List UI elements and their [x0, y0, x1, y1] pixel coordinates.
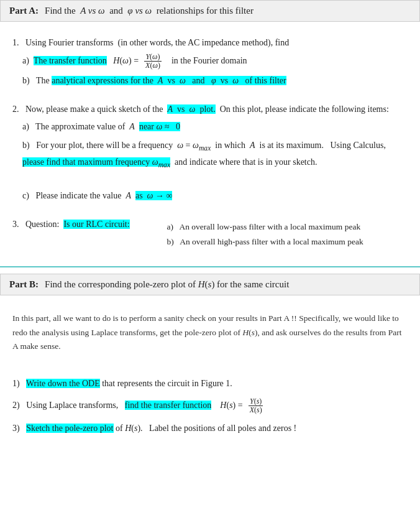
q3-option-b: b) An overall high-pass filter with a lo… — [167, 234, 363, 249]
part-a-header: Part A: Find the A vs ω and φ vs ω relat… — [0, 0, 420, 22]
part-b-label: Part B: — [9, 279, 39, 290]
question-3: 3. Question: Is our RLC circuit: a) An o… — [12, 220, 408, 250]
q2a-highlight: near ω ≈ 0 — [139, 122, 180, 131]
pb2: 2) Using Laplace transforms, find the tr… — [12, 397, 408, 414]
q1b-highlight: analytical expressions for the A vs ω an… — [52, 76, 286, 85]
question-2: 2. Now, please make a quick sketch of th… — [12, 104, 408, 203]
part-a-title: Find the A vs ω and φ vs ω relationships… — [45, 6, 253, 16]
pb2-frac-num: Y(s) — [249, 397, 263, 406]
q2b-highlight: please find that maximum frequency ωmax — [22, 157, 170, 167]
part-a-section: 1. Using Fourier transforms (in other wo… — [0, 32, 420, 267]
pb2-frac-den: X(s) — [249, 406, 263, 414]
q3-options: a) An overall low-pass filter with a loc… — [167, 220, 363, 250]
q3-left: 3. Question: Is our RLC circuit: — [12, 220, 130, 229]
q2-plot-label: A vs ω plot. — [167, 104, 215, 114]
q3-highlight: Is our RLC circuit: — [63, 220, 129, 229]
q3-option-a: a) An overall low-pass filter with a loc… — [167, 220, 363, 234]
pb2-fraction: Y(s) X(s) — [249, 397, 263, 414]
q1a-frac-den: X(ω) — [144, 62, 162, 70]
pb2-highlight: find the transfer function — [125, 401, 212, 410]
q1b: b) The analytical expressions for the A … — [22, 73, 408, 88]
q2c: c) Please indicate the value A as ω → ∞ — [22, 188, 408, 203]
question-1: 1. Using Fourier transforms (in other wo… — [12, 38, 408, 88]
pb3-highlight: Sketch the pole-zero plot — [26, 424, 113, 433]
part-a-label: Part A: — [9, 6, 39, 16]
part-b-intro: In this part, all we want to do is to pe… — [12, 312, 408, 354]
part-b-title: Find the corresponding pole-zero plot of… — [45, 279, 289, 290]
q1a-frac-num: Y(ω) — [144, 53, 161, 62]
q2-text: 2. Now, please make a quick sketch of th… — [12, 104, 408, 114]
part-b-section: In this part, all we want to do is to pe… — [0, 305, 420, 448]
q1a-fraction: Y(ω) X(ω) — [144, 53, 162, 70]
q2a: a) The approximate value of A near ω ≈ 0 — [22, 119, 408, 134]
q1a: a) The transfer function H(ω) = Y(ω) X(ω… — [22, 53, 408, 70]
q1-text: 1. Using Fourier transforms (in other wo… — [12, 38, 408, 48]
pb1: 1) Write down the ODE that represents th… — [12, 376, 408, 391]
q2c-highlight: as ω → ∞ — [135, 191, 173, 200]
q1a-highlight: The transfer function — [34, 56, 107, 65]
pb1-highlight: Write down the ODE — [26, 379, 100, 388]
q2b: b) For your plot, there will be a freque… — [22, 138, 408, 171]
pb3: 3) Sketch the pole-zero plot of H(s). La… — [12, 421, 408, 436]
part-b-header: Part B: Find the corresponding pole-zero… — [0, 274, 420, 295]
q3-prefix: 3. Question: — [12, 220, 63, 229]
